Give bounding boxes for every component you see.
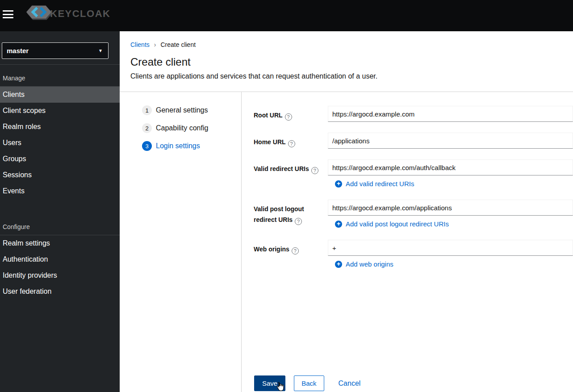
sidebar-item-identity-providers[interactable]: Identity providers xyxy=(0,267,120,284)
form-row-web-origins: Web origins? + Add web origins xyxy=(254,240,573,280)
step-label: Capability config xyxy=(156,124,208,132)
field-label: Home URL? xyxy=(254,133,328,149)
form-row-home-url: Home URL? xyxy=(254,133,573,149)
plus-circle-icon: + xyxy=(335,180,342,188)
step-label: Login settings xyxy=(156,142,200,150)
field-label: Valid post logout redirect URIs? xyxy=(254,200,328,240)
realm-selector[interactable]: master ▼ xyxy=(2,42,109,59)
wizard-action-bar: Save Back Cancel xyxy=(254,375,360,391)
breadcrumb-link-clients[interactable]: Clients xyxy=(130,41,150,48)
step-number: 2 xyxy=(142,123,152,133)
wizard-step-login-settings[interactable]: 3 Login settings xyxy=(142,141,241,151)
help-icon[interactable]: ? xyxy=(311,167,318,174)
sidebar-item-groups[interactable]: Groups xyxy=(0,151,120,167)
save-button[interactable]: Save xyxy=(254,375,285,391)
valid-post-logout-redirect-uris-input[interactable] xyxy=(328,200,573,216)
breadcrumb-separator-icon: › xyxy=(154,41,156,48)
field-label: Valid redirect URIs? xyxy=(254,159,328,200)
root-url-input[interactable] xyxy=(328,106,573,122)
keycloak-logo-icon xyxy=(25,4,53,24)
sidebar-item-events[interactable]: Events xyxy=(0,183,120,199)
wizard-steps-nav: 1 General settings 2 Capability config 3… xyxy=(120,92,241,392)
sidebar-item-user-federation[interactable]: User federation xyxy=(0,284,120,300)
add-valid-redirect-uris-link[interactable]: + Add valid redirect URIs xyxy=(335,180,414,188)
sidebar-item-clients[interactable]: Clients xyxy=(0,87,120,103)
step-label: General settings xyxy=(156,106,208,114)
help-icon[interactable]: ? xyxy=(285,113,292,121)
wizard-step-capability-config[interactable]: 2 Capability config xyxy=(142,123,241,133)
web-origins-input[interactable] xyxy=(328,240,573,256)
hamburger-menu-icon[interactable] xyxy=(3,10,13,18)
help-icon[interactable]: ? xyxy=(295,218,302,225)
keycloak-brand[interactable]: KEYCLOAK xyxy=(25,4,110,24)
help-icon[interactable]: ? xyxy=(288,140,295,147)
sidebar-item-authentication[interactable]: Authentication xyxy=(0,251,120,267)
wizard-step-general-settings[interactable]: 1 General settings xyxy=(142,105,241,115)
breadcrumb: Clients › Create client xyxy=(130,41,562,48)
brand-title: KEYCLOAK xyxy=(50,8,110,20)
sidebar-item-sessions[interactable]: Sessions xyxy=(0,167,120,183)
breadcrumb-current: Create client xyxy=(160,41,196,48)
cancel-link[interactable]: Cancel xyxy=(339,379,361,388)
page-title: Create client xyxy=(130,56,562,68)
nav-section-title: Manage xyxy=(0,65,120,87)
sidebar-nav: Manage Clients Client scopes Realm roles… xyxy=(0,64,120,300)
sidebar-item-users[interactable]: Users xyxy=(0,135,120,151)
form-row-root-url: Root URL? xyxy=(254,106,573,122)
back-button[interactable]: Back xyxy=(294,375,324,391)
chevron-down-icon: ▼ xyxy=(98,48,103,53)
field-label: Web origins? xyxy=(254,240,328,280)
sidebar: master ▼ Manage Clients Client scopes Re… xyxy=(0,31,120,392)
sidebar-item-client-scopes[interactable]: Client scopes xyxy=(0,103,120,119)
step-number: 3 xyxy=(142,141,152,151)
nav-section-title: Configure xyxy=(0,213,120,235)
create-client-wizard: 1 General settings 2 Capability config 3… xyxy=(120,92,573,392)
field-label: Root URL? xyxy=(254,106,328,122)
plus-circle-icon: + xyxy=(335,261,342,268)
page-header: Clients › Create client Create client Cl… xyxy=(120,31,573,80)
valid-redirect-uris-input[interactable] xyxy=(328,159,573,175)
sidebar-item-realm-roles[interactable]: Realm roles xyxy=(0,119,120,135)
add-web-origins-link[interactable]: + Add web origins xyxy=(335,260,393,268)
nav-section-manage: Manage Clients Client scopes Realm roles… xyxy=(0,65,120,199)
help-icon[interactable]: ? xyxy=(292,247,299,254)
form-row-valid-redirect-uris: Valid redirect URIs? + Add valid redirec… xyxy=(254,159,573,200)
add-valid-post-logout-redirect-uris-link[interactable]: + Add valid post logout redirect URIs xyxy=(335,220,449,228)
home-url-input[interactable] xyxy=(328,133,573,149)
form-row-valid-post-logout-redirect-uris: Valid post logout redirect URIs? + Add v… xyxy=(254,200,573,240)
top-header: KEYCLOAK xyxy=(0,0,573,31)
login-settings-form: Root URL? Home URL? Valid redirect URIs? xyxy=(241,92,573,392)
main-content: Clients › Create client Create client Cl… xyxy=(120,31,573,392)
realm-selector-value: master xyxy=(7,47,29,54)
page-subtitle: Clients are applications and services th… xyxy=(130,72,562,80)
step-number: 1 xyxy=(142,105,152,115)
nav-section-configure: Configure Realm settings Authentication … xyxy=(0,213,120,300)
plus-circle-icon: + xyxy=(335,221,342,228)
sidebar-item-realm-settings[interactable]: Realm settings xyxy=(0,235,120,251)
